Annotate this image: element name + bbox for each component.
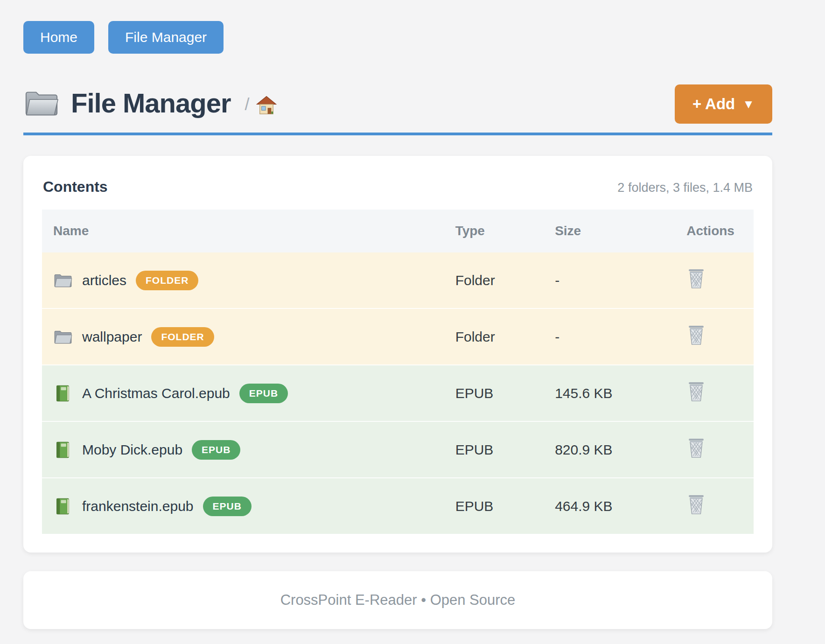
type-badge: FOLDER xyxy=(151,327,214,347)
delete-button[interactable] xyxy=(686,381,706,402)
footer: CrossPoint E-Reader • Open Source xyxy=(23,571,772,629)
file-name: articles xyxy=(82,273,126,288)
contents-panel: Contents 2 folders, 3 files, 1.4 MB Name… xyxy=(23,156,772,553)
trash-icon xyxy=(686,340,706,347)
type-cell: EPUB xyxy=(444,365,544,421)
column-header-size: Size xyxy=(544,210,675,252)
actions-cell xyxy=(675,365,754,421)
name-cell: Moby Dick.epub EPUB xyxy=(42,421,444,478)
file-name: A Christmas Carol.epub xyxy=(82,385,230,401)
folder-icon xyxy=(53,272,73,289)
footer-text: CrossPoint E-Reader • Open Source xyxy=(44,592,752,609)
type-cell: Folder xyxy=(444,308,544,365)
size-cell: - xyxy=(544,252,675,308)
name-cell: A Christmas Carol.epub EPUB xyxy=(42,365,444,421)
name-cell: wallpaper FOLDER xyxy=(42,308,444,365)
home-nav-button[interactable]: Home xyxy=(23,21,94,54)
type-cell: EPUB xyxy=(444,478,544,534)
book-icon xyxy=(53,441,73,459)
book-icon xyxy=(53,385,73,402)
trash-icon xyxy=(686,510,706,517)
file-table: Name Type Size Actions xyxy=(42,210,754,534)
column-header-type: Type xyxy=(444,210,544,252)
table-row[interactable]: wallpaper FOLDER Folder - xyxy=(42,308,754,365)
delete-button[interactable] xyxy=(686,437,706,459)
add-button-label: + Add xyxy=(692,95,735,113)
delete-button[interactable] xyxy=(686,324,706,346)
type-badge: FOLDER xyxy=(136,271,198,290)
folder-icon xyxy=(53,328,73,346)
file-name: wallpaper xyxy=(82,329,142,345)
actions-cell xyxy=(675,421,754,478)
trash-icon xyxy=(686,284,706,291)
home-icon[interactable] xyxy=(256,96,277,115)
delete-button[interactable] xyxy=(686,494,706,515)
type-badge: EPUB xyxy=(192,440,240,460)
file-name: frankenstein.epub xyxy=(82,498,194,514)
name-cell: frankenstein.epub EPUB xyxy=(42,478,444,534)
size-cell: 820.9 KB xyxy=(544,421,675,478)
column-header-name: Name xyxy=(42,210,444,252)
page: Home File Manager File Manager / xyxy=(23,0,772,629)
top-nav: Home File Manager xyxy=(23,21,772,54)
table-row[interactable]: articles FOLDER Folder - xyxy=(42,252,754,308)
trash-icon xyxy=(686,397,706,404)
panel-title: Contents xyxy=(43,178,108,196)
column-header-actions: Actions xyxy=(675,210,754,252)
name-cell: articles FOLDER xyxy=(42,252,444,308)
table-header-row: Name Type Size Actions xyxy=(42,210,754,252)
type-badge: EPUB xyxy=(239,384,288,403)
panel-summary: 2 folders, 3 files, 1.4 MB xyxy=(617,181,753,195)
actions-cell xyxy=(675,252,754,308)
table-row[interactable]: Moby Dick.epub EPUB EPUB 820.9 KB xyxy=(42,421,754,478)
type-cell: Folder xyxy=(444,252,544,308)
type-cell: EPUB xyxy=(444,421,544,478)
page-title: File Manager xyxy=(71,87,231,119)
file-manager-nav-button[interactable]: File Manager xyxy=(108,21,224,54)
actions-cell xyxy=(675,478,754,534)
trash-icon xyxy=(686,453,706,460)
size-cell: 464.9 KB xyxy=(544,478,675,534)
caret-down-icon: ▼ xyxy=(742,97,755,112)
actions-cell xyxy=(675,308,754,365)
size-cell: 145.6 KB xyxy=(544,365,675,421)
table-row[interactable]: A Christmas Carol.epub EPUB EPUB 145.6 K… xyxy=(42,365,754,421)
page-header: File Manager / + Add ▼ xyxy=(23,87,772,119)
panel-header: Contents 2 folders, 3 files, 1.4 MB xyxy=(42,175,754,196)
header-divider xyxy=(23,133,772,135)
type-badge: EPUB xyxy=(203,497,252,516)
file-name: Moby Dick.epub xyxy=(82,442,182,458)
open-folder-icon xyxy=(23,88,60,118)
add-button[interactable]: + Add ▼ xyxy=(675,84,772,124)
size-cell: - xyxy=(544,308,675,365)
breadcrumb-separator: / xyxy=(245,95,250,114)
book-icon xyxy=(53,497,73,515)
delete-button[interactable] xyxy=(686,268,706,289)
table-row[interactable]: frankenstein.epub EPUB EPUB 464.9 KB xyxy=(42,478,754,534)
